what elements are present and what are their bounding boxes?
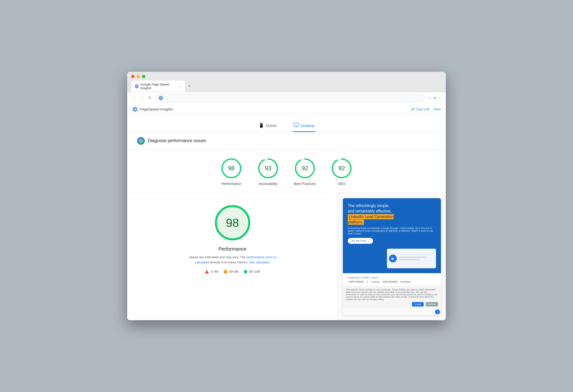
menu-icon[interactable]: ⋮ bbox=[438, 96, 442, 100]
browser-titlebar: G Google Page Speed Insights × + bbox=[127, 72, 446, 92]
screenshot-preview: The refreshingly simple,and remarkably e… bbox=[343, 198, 441, 316]
fail-range: 0–49 bbox=[211, 270, 218, 273]
play-button-small[interactable]: ▶ bbox=[389, 255, 397, 262]
cookie-buttons: Accept Decline bbox=[346, 302, 438, 306]
app-line2 bbox=[399, 259, 420, 260]
brand-hubspot: HubSpot bbox=[400, 281, 411, 283]
copy-link-label: Copy Link bbox=[416, 107, 430, 111]
score-value-seo: 92 bbox=[339, 165, 345, 172]
score-circle-performance: 98 bbox=[220, 157, 242, 179]
traffic-lights bbox=[131, 75, 442, 78]
score-label-best-practices: Best Practices bbox=[294, 182, 316, 186]
score-label-seo: SEO bbox=[338, 182, 345, 186]
calculator-link[interactable]: See calculator. bbox=[249, 260, 270, 264]
nav-buttons: ‹ › ↻ bbox=[131, 95, 153, 101]
scores-section: 98 Performance 93 Accessibility bbox=[127, 150, 446, 193]
brand-arcadia: ARCADIABS bbox=[383, 281, 397, 283]
back-button[interactable]: ‹ bbox=[131, 95, 137, 101]
big-score-circle: 98 bbox=[213, 203, 252, 242]
main-detail: 98 Performance Values are estimated and … bbox=[127, 193, 446, 321]
address-bar[interactable]: G bbox=[156, 94, 425, 102]
psi-logo-icon bbox=[132, 106, 138, 112]
copy-link-button[interactable]: 🔗 Copy Link bbox=[411, 107, 430, 111]
description-part2: directly from these metrics. bbox=[209, 260, 249, 264]
detail-left: 98 Performance Values are estimated and … bbox=[127, 193, 338, 321]
score-legend: 0–49 50–89 90–100 bbox=[205, 270, 260, 273]
screenshot-bottom: Trusted By 10,000+ Users: ✓ WATCHDOG L v… bbox=[343, 273, 441, 286]
address-bar-row: ‹ › ↻ G ☆ ● ⋮ bbox=[127, 92, 446, 104]
tab-title: Google Page Speed Insights bbox=[141, 83, 176, 90]
desktop-icon bbox=[294, 123, 299, 128]
score-value-best-practices: 92 bbox=[302, 165, 308, 172]
forward-button[interactable]: › bbox=[139, 95, 145, 101]
score-circle-seo: 92 bbox=[331, 157, 353, 179]
diagnose-title: Diagnose performance issues bbox=[148, 138, 206, 143]
docs-label: Docs bbox=[433, 107, 441, 111]
tab-close-button[interactable]: × bbox=[178, 84, 181, 88]
browser-window: G Google Page Speed Insights × + ‹ › ↻ G… bbox=[127, 72, 446, 321]
legend-average: 50–89 bbox=[224, 270, 238, 273]
score-card-accessibility: 93 Accessibility bbox=[257, 157, 279, 186]
pass-range: 90–100 bbox=[249, 270, 260, 273]
desktop-tab-label: Desktop bbox=[301, 124, 314, 128]
decline-button[interactable]: Decline bbox=[426, 302, 438, 306]
score-value-performance: 98 bbox=[228, 165, 235, 172]
mobile-icon: 📱 bbox=[259, 123, 264, 128]
new-tab-button[interactable]: + bbox=[186, 83, 193, 90]
diagnose-icon bbox=[137, 137, 145, 145]
refresh-button[interactable]: ↻ bbox=[147, 95, 153, 101]
app-mockup: ▶ bbox=[387, 249, 436, 268]
detail-right: The refreshingly simple,and remarkably e… bbox=[338, 193, 446, 321]
screenshot-subtext: Generating leads consistently is tough t… bbox=[348, 227, 436, 235]
description-part1: Values are estimated and may vary. The bbox=[189, 255, 246, 259]
psi-logo: PageSpeed Insights bbox=[132, 106, 173, 112]
screenshot-highlight: LinkedIn Lead Generationplatform. bbox=[348, 214, 394, 225]
bookmark-icon[interactable]: ☆ bbox=[428, 96, 431, 100]
score-description: Values are estimated and may vary. The p… bbox=[184, 255, 282, 265]
docs-button[interactable]: Docs bbox=[433, 107, 441, 111]
scores-grid: 98 Performance 93 Accessibility bbox=[137, 157, 436, 186]
device-tabs: 📱 Mobile Desktop bbox=[127, 115, 446, 132]
big-score-label: Performance bbox=[218, 246, 247, 252]
app-mockup-area: ▶ bbox=[343, 249, 441, 273]
diagnose-section: Diagnose performance issues bbox=[127, 132, 446, 150]
legend-pass: 90–100 bbox=[244, 270, 260, 273]
info-icon[interactable]: i bbox=[435, 309, 440, 314]
tab-desktop[interactable]: Desktop bbox=[293, 120, 315, 132]
address-bar-actions: ☆ ● ⋮ bbox=[428, 96, 442, 100]
psi-header: PageSpeed Insights 🔗 Copy Link Docs bbox=[127, 104, 446, 115]
page-content: PageSpeed Insights 🔗 Copy Link Docs 📱 Mo… bbox=[127, 104, 446, 321]
svg-rect-1 bbox=[294, 123, 299, 126]
try-free-button[interactable]: Try For Free → bbox=[348, 238, 373, 244]
screenshot-top-bar: The refreshingly simple,and remarkably e… bbox=[343, 198, 441, 249]
psi-header-actions: 🔗 Copy Link Docs bbox=[411, 107, 441, 111]
tab-bar: G Google Page Speed Insights × + bbox=[131, 81, 442, 92]
cookie-banner: This website stores cookies on your comp… bbox=[343, 286, 441, 308]
maximize-button[interactable] bbox=[142, 75, 145, 78]
brand-logos: ✓ WATCHDOG L verizon ARCADIABS HubSpot bbox=[347, 281, 437, 283]
screenshot-cta-area: Try For Free → bbox=[348, 238, 436, 244]
score-circle-best-practices: 92 bbox=[294, 157, 316, 179]
tab-mobile[interactable]: 📱 Mobile bbox=[258, 120, 278, 132]
profile-icon[interactable]: ● bbox=[433, 96, 436, 100]
copy-link-icon: 🔗 bbox=[411, 107, 415, 111]
pass-icon bbox=[244, 270, 247, 273]
average-icon bbox=[224, 270, 227, 273]
accept-button[interactable]: Accept bbox=[412, 302, 424, 306]
close-button[interactable] bbox=[131, 75, 135, 78]
score-card-seo: 92 SEO bbox=[331, 157, 353, 186]
svg-point-0 bbox=[133, 107, 138, 112]
app-content: ▶ bbox=[387, 249, 436, 268]
screenshot-headline: The refreshingly simple,and remarkably e… bbox=[348, 203, 436, 225]
active-tab[interactable]: G Google Page Speed Insights × bbox=[131, 81, 185, 92]
fail-icon bbox=[205, 270, 209, 273]
cookie-text: This website stores cookies on your comp… bbox=[346, 288, 438, 301]
mobile-tab-label: Mobile bbox=[266, 124, 277, 128]
info-icon-area: i bbox=[343, 308, 441, 315]
brand-verizon: verizon bbox=[371, 281, 380, 283]
minimize-button[interactable] bbox=[137, 75, 140, 78]
brand-l: L bbox=[367, 281, 368, 283]
psi-logo-text: PageSpeed Insights bbox=[140, 107, 173, 111]
score-circle-accessibility: 93 bbox=[257, 157, 279, 179]
score-card-performance: 98 Performance bbox=[220, 157, 242, 186]
